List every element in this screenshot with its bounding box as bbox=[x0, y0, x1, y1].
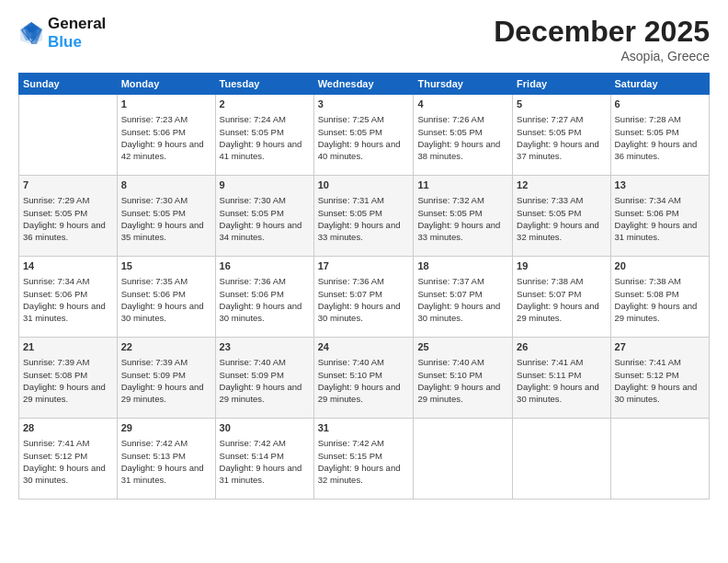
calendar-cell: 6Sunrise: 7:28 AMSunset: 5:05 PMDaylight… bbox=[610, 95, 709, 176]
sunrise-text: Sunrise: 7:32 AM bbox=[417, 194, 508, 206]
logo-blue: Blue bbox=[48, 33, 106, 52]
day-number: 26 bbox=[517, 340, 606, 354]
calendar-cell: 2Sunrise: 7:24 AMSunset: 5:05 PMDaylight… bbox=[215, 95, 313, 176]
day-number: 8 bbox=[121, 178, 211, 192]
calendar-cell: 24Sunrise: 7:40 AMSunset: 5:10 PMDayligh… bbox=[313, 338, 414, 419]
calendar-cell: 19Sunrise: 7:38 AMSunset: 5:07 PMDayligh… bbox=[513, 257, 610, 338]
sunset-text: Sunset: 5:10 PM bbox=[417, 369, 508, 381]
calendar-cell: 26Sunrise: 7:41 AMSunset: 5:11 PMDayligh… bbox=[513, 338, 610, 419]
calendar-cell: 7Sunrise: 7:29 AMSunset: 5:05 PMDaylight… bbox=[19, 176, 118, 257]
calendar-cell: 1Sunrise: 7:23 AMSunset: 5:06 PMDaylight… bbox=[117, 95, 215, 176]
sunset-text: Sunset: 5:05 PM bbox=[417, 207, 508, 219]
header-sunday: Sunday bbox=[19, 74, 118, 95]
sunrise-text: Sunrise: 7:39 AM bbox=[23, 356, 113, 368]
day-number: 22 bbox=[121, 340, 211, 354]
day-number: 11 bbox=[417, 178, 508, 192]
calendar-cell: 10Sunrise: 7:31 AMSunset: 5:05 PMDayligh… bbox=[313, 176, 414, 257]
daylight-text: Daylight: 9 hours and 30 minutes. bbox=[23, 462, 113, 487]
calendar-cell: 3Sunrise: 7:25 AMSunset: 5:05 PMDaylight… bbox=[313, 95, 414, 176]
sunset-text: Sunset: 5:06 PM bbox=[23, 288, 113, 300]
sunset-text: Sunset: 5:05 PM bbox=[615, 126, 705, 138]
calendar-cell: 20Sunrise: 7:38 AMSunset: 5:08 PMDayligh… bbox=[610, 257, 709, 338]
sunset-text: Sunset: 5:05 PM bbox=[23, 207, 113, 219]
sunrise-text: Sunrise: 7:29 AM bbox=[23, 194, 113, 206]
daylight-text: Daylight: 9 hours and 30 minutes. bbox=[615, 381, 705, 406]
header-thursday: Thursday bbox=[414, 74, 513, 95]
month-title: December 2025 bbox=[494, 15, 710, 49]
sunset-text: Sunset: 5:05 PM bbox=[417, 126, 508, 138]
day-number: 17 bbox=[318, 259, 410, 273]
sunset-text: Sunset: 5:08 PM bbox=[615, 288, 705, 300]
calendar-cell: 4Sunrise: 7:26 AMSunset: 5:05 PMDaylight… bbox=[414, 95, 513, 176]
sunset-text: Sunset: 5:11 PM bbox=[517, 369, 606, 381]
sunset-text: Sunset: 5:12 PM bbox=[615, 369, 705, 381]
week-row-3: 14Sunrise: 7:34 AMSunset: 5:06 PMDayligh… bbox=[19, 257, 710, 338]
header-tuesday: Tuesday bbox=[215, 74, 313, 95]
week-row-1: 1Sunrise: 7:23 AMSunset: 5:06 PMDaylight… bbox=[19, 95, 710, 176]
header-friday: Friday bbox=[513, 74, 610, 95]
calendar-cell: 31Sunrise: 7:42 AMSunset: 5:15 PMDayligh… bbox=[313, 419, 414, 500]
day-number: 30 bbox=[220, 421, 310, 435]
day-number: 14 bbox=[23, 259, 113, 273]
daylight-text: Daylight: 9 hours and 31 minutes. bbox=[615, 219, 705, 244]
calendar-table: SundayMondayTuesdayWednesdayThursdayFrid… bbox=[18, 73, 710, 500]
sunrise-text: Sunrise: 7:23 AM bbox=[121, 113, 211, 125]
sunrise-text: Sunrise: 7:38 AM bbox=[517, 275, 606, 287]
daylight-text: Daylight: 9 hours and 30 minutes. bbox=[121, 300, 211, 325]
day-number: 16 bbox=[220, 259, 310, 273]
day-number: 10 bbox=[318, 178, 410, 192]
sunrise-text: Sunrise: 7:39 AM bbox=[121, 356, 211, 368]
calendar-cell: 12Sunrise: 7:33 AMSunset: 5:05 PMDayligh… bbox=[513, 176, 610, 257]
daylight-text: Daylight: 9 hours and 41 minutes. bbox=[220, 138, 310, 163]
location-subtitle: Asopia, Greece bbox=[494, 49, 710, 63]
logo-general: General bbox=[48, 15, 106, 33]
sunrise-text: Sunrise: 7:36 AM bbox=[220, 275, 310, 287]
sunset-text: Sunset: 5:15 PM bbox=[318, 450, 410, 462]
calendar-cell: 21Sunrise: 7:39 AMSunset: 5:08 PMDayligh… bbox=[19, 338, 118, 419]
sunset-text: Sunset: 5:05 PM bbox=[121, 207, 211, 219]
sunrise-text: Sunrise: 7:34 AM bbox=[615, 194, 705, 206]
sunset-text: Sunset: 5:05 PM bbox=[318, 207, 410, 219]
week-row-2: 7Sunrise: 7:29 AMSunset: 5:05 PMDaylight… bbox=[19, 176, 710, 257]
logo: General Blue bbox=[18, 15, 106, 51]
calendar-cell: 29Sunrise: 7:42 AMSunset: 5:13 PMDayligh… bbox=[117, 419, 215, 500]
calendar-cell: 22Sunrise: 7:39 AMSunset: 5:09 PMDayligh… bbox=[117, 338, 215, 419]
sunrise-text: Sunrise: 7:31 AM bbox=[318, 194, 410, 206]
sunrise-text: Sunrise: 7:42 AM bbox=[318, 437, 410, 449]
day-number: 20 bbox=[615, 259, 705, 273]
daylight-text: Daylight: 9 hours and 31 minutes. bbox=[23, 300, 113, 325]
header-monday: Monday bbox=[117, 74, 215, 95]
sunrise-text: Sunrise: 7:41 AM bbox=[615, 356, 705, 368]
daylight-text: Daylight: 9 hours and 29 minutes. bbox=[417, 381, 508, 406]
sunset-text: Sunset: 5:05 PM bbox=[220, 126, 310, 138]
calendar-cell bbox=[19, 95, 118, 176]
daylight-text: Daylight: 9 hours and 30 minutes. bbox=[417, 300, 508, 325]
calendar-cell bbox=[414, 419, 513, 500]
sunrise-text: Sunrise: 7:33 AM bbox=[517, 194, 606, 206]
sunset-text: Sunset: 5:06 PM bbox=[121, 288, 211, 300]
sunrise-text: Sunrise: 7:40 AM bbox=[417, 356, 508, 368]
day-number: 1 bbox=[121, 98, 211, 111]
calendar-cell: 8Sunrise: 7:30 AMSunset: 5:05 PMDaylight… bbox=[117, 176, 215, 257]
day-number: 28 bbox=[23, 421, 113, 435]
sunrise-text: Sunrise: 7:42 AM bbox=[220, 437, 310, 449]
sunset-text: Sunset: 5:05 PM bbox=[318, 126, 410, 138]
calendar-cell: 27Sunrise: 7:41 AMSunset: 5:12 PMDayligh… bbox=[610, 338, 709, 419]
sunrise-text: Sunrise: 7:28 AM bbox=[615, 113, 705, 125]
day-number: 21 bbox=[23, 340, 113, 354]
calendar-cell: 15Sunrise: 7:35 AMSunset: 5:06 PMDayligh… bbox=[117, 257, 215, 338]
calendar-cell: 9Sunrise: 7:30 AMSunset: 5:05 PMDaylight… bbox=[215, 176, 313, 257]
week-row-4: 21Sunrise: 7:39 AMSunset: 5:08 PMDayligh… bbox=[19, 338, 710, 419]
day-number: 25 bbox=[417, 340, 508, 354]
calendar-cell: 28Sunrise: 7:41 AMSunset: 5:12 PMDayligh… bbox=[19, 419, 118, 500]
daylight-text: Daylight: 9 hours and 29 minutes. bbox=[615, 300, 705, 325]
sunset-text: Sunset: 5:05 PM bbox=[220, 207, 310, 219]
week-row-5: 28Sunrise: 7:41 AMSunset: 5:12 PMDayligh… bbox=[19, 419, 710, 500]
day-number: 31 bbox=[318, 421, 410, 435]
daylight-text: Daylight: 9 hours and 38 minutes. bbox=[417, 138, 508, 163]
page: General Blue December 2025 Asopia, Greec… bbox=[0, 0, 728, 563]
title-block: December 2025 Asopia, Greece bbox=[494, 15, 710, 63]
daylight-text: Daylight: 9 hours and 29 minutes. bbox=[318, 381, 410, 406]
calendar-header-row: SundayMondayTuesdayWednesdayThursdayFrid… bbox=[19, 74, 710, 95]
calendar-cell: 30Sunrise: 7:42 AMSunset: 5:14 PMDayligh… bbox=[215, 419, 313, 500]
